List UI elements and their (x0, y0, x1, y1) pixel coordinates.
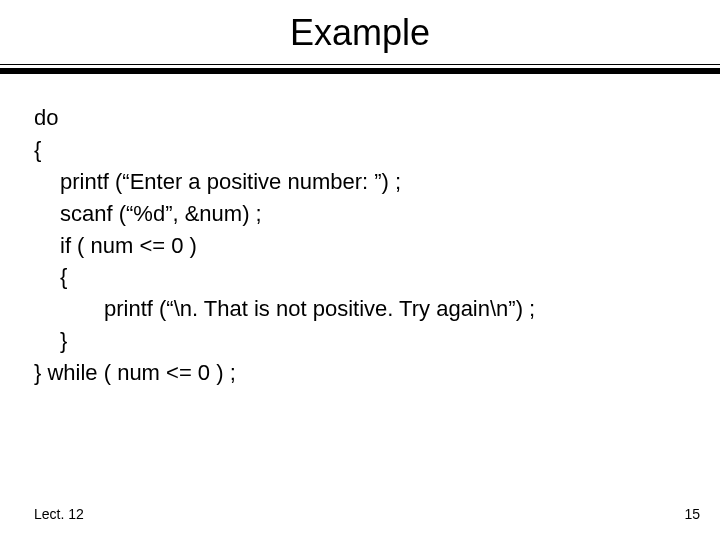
code-line: do (34, 102, 700, 134)
footer-lecture: Lect. 12 (34, 506, 84, 522)
code-line: printf (“\n. That is not positive. Try a… (34, 293, 700, 325)
footer-page-number: 15 (684, 506, 700, 522)
code-line: printf (“Enter a positive number: ”) ; (34, 166, 700, 198)
rule-thick (0, 68, 720, 74)
code-line: { (34, 134, 700, 166)
title-rule (0, 64, 720, 74)
slide: Example do { printf (“Enter a positive n… (0, 0, 720, 540)
code-block: do { printf (“Enter a positive number: ”… (0, 74, 720, 389)
code-line: } while ( num <= 0 ) ; (34, 357, 700, 389)
code-line: { (34, 261, 700, 293)
slide-title: Example (0, 0, 720, 64)
code-line: if ( num <= 0 ) (34, 230, 700, 262)
code-line: } (34, 325, 700, 357)
code-line: scanf (“%d”, &num) ; (34, 198, 700, 230)
rule-thin (0, 64, 720, 65)
